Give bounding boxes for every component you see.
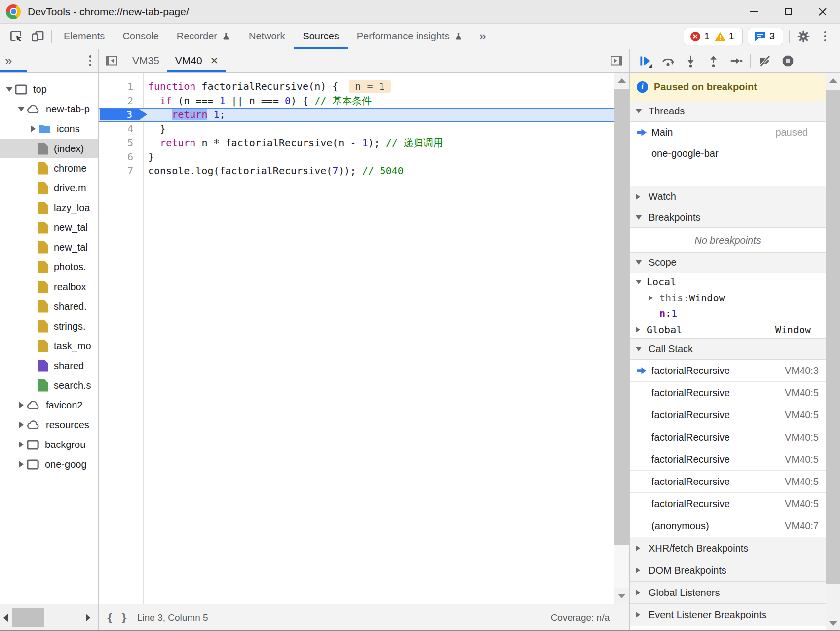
expander-down-icon[interactable]	[18, 107, 25, 111]
settings-button[interactable]	[793, 26, 814, 47]
tree-item-backgrou[interactable]: backgrou	[0, 435, 98, 454]
tree-item-favicon2[interactable]: favicon2	[0, 395, 98, 415]
step-button[interactable]	[725, 50, 747, 71]
expander-right-icon[interactable]	[19, 461, 24, 468]
issues-badge[interactable]: 1 1	[684, 28, 743, 45]
main-menu-button[interactable]	[814, 26, 836, 47]
navigator-more-tabs-button[interactable]: »	[0, 53, 12, 69]
code-line-5[interactable]: 5 return n * factorialRecursive(n - 1); …	[99, 136, 629, 150]
threads-section-header[interactable]: Threads	[630, 101, 826, 122]
scroll-down-button[interactable]	[614, 588, 629, 604]
watch-section-header[interactable]: Watch	[630, 186, 826, 207]
tree-item-photos-[interactable]: photos.	[0, 257, 98, 277]
code-line-7[interactable]: 7console.log(factorialRecursive(7)); // …	[99, 164, 629, 178]
thread-row-main[interactable]: Main paused	[630, 122, 826, 143]
pause-on-exceptions-button[interactable]	[776, 50, 799, 71]
tab-network[interactable]: Network	[240, 24, 294, 49]
line-number[interactable]: 4	[99, 122, 143, 136]
tree-item-drive-m[interactable]: drive.m	[0, 178, 98, 198]
deactivate-breakpoints-button[interactable]	[754, 50, 776, 71]
tree-item-shared-[interactable]: shared.	[0, 297, 98, 316]
line-number[interactable]: 7	[99, 164, 143, 178]
tab-recorder[interactable]: Recorder	[168, 24, 240, 49]
resume-button[interactable]	[634, 50, 656, 71]
line-number[interactable]: 5	[99, 136, 143, 150]
breakpoints-section-header[interactable]: Breakpoints	[630, 207, 826, 228]
tab-console[interactable]: Console	[114, 24, 167, 49]
call-stack-frame[interactable]: factorialRecursiveVM40:5	[630, 382, 826, 404]
inspect-element-button[interactable]	[5, 26, 27, 47]
tree-item-lazy-loa[interactable]: lazy_loa	[0, 198, 98, 218]
call-stack-frame[interactable]: factorialRecursiveVM40:3	[630, 360, 826, 382]
editor-vertical-scrollbar[interactable]	[614, 73, 629, 604]
call-stack-frame[interactable]: factorialRecursiveVM40:5	[630, 426, 826, 448]
expander-right-icon[interactable]	[19, 421, 24, 428]
scope-section-header[interactable]: Scope	[630, 252, 826, 273]
call-stack-section-header[interactable]: Call Stack	[630, 338, 826, 360]
editor-tab-vm40[interactable]: VM40 ✕	[167, 49, 227, 72]
line-number[interactable]: 6	[99, 150, 143, 164]
thread-row-one-google-bar[interactable]: one-google-bar	[630, 143, 826, 164]
call-stack-frame[interactable]: factorialRecursiveVM40:5	[630, 448, 826, 471]
more-tabs-button[interactable]: »	[472, 29, 493, 44]
line-number[interactable]: 1	[99, 79, 143, 94]
scope-entry-this[interactable]: this: Window	[630, 290, 826, 305]
previous-tabs-button[interactable]	[99, 49, 124, 72]
code-line-2[interactable]: 2 if (n === 1 || n === 0) { // 基本条件	[99, 94, 629, 108]
close-tab-icon[interactable]: ✕	[210, 55, 219, 67]
expander-right-icon[interactable]	[19, 441, 24, 448]
expander-down-icon[interactable]	[6, 87, 13, 92]
next-tabs-button[interactable]	[604, 49, 629, 72]
tree-item-realbox[interactable]: realbox	[0, 277, 98, 297]
tree-item-strings-[interactable]: strings.	[0, 316, 98, 336]
code-line-1[interactable]: 1function factorialRecursive(n) {n = 1	[99, 79, 629, 94]
step-out-button[interactable]	[702, 50, 725, 71]
tab-elements[interactable]: Elements	[55, 24, 114, 49]
tab-performance-insights[interactable]: Performance insights	[348, 24, 472, 49]
line-number[interactable]: 2	[99, 94, 143, 108]
section-header-dom-breakpoints[interactable]: DOM Breakpoints	[630, 559, 826, 582]
scrollbar-thumb[interactable]	[614, 89, 629, 545]
scope-local-group[interactable]: Local	[630, 273, 826, 290]
tab-sources[interactable]: Sources	[294, 24, 347, 49]
tree-item-new-tal[interactable]: new_tal	[0, 237, 98, 257]
scroll-up-button[interactable]	[614, 73, 629, 88]
tree-item-chrome[interactable]: chrome	[0, 158, 98, 178]
scrollbar-thumb[interactable]	[12, 608, 44, 627]
scroll-up-button[interactable]	[826, 73, 840, 88]
call-stack-frame[interactable]: factorialRecursiveVM40:5	[630, 471, 826, 493]
code-line-3[interactable]: 33 return 1;	[99, 108, 629, 122]
call-stack-frame[interactable]: factorialRecursiveVM40:5	[630, 493, 826, 515]
step-into-button[interactable]	[679, 50, 702, 71]
device-toolbar-button[interactable]	[27, 26, 48, 47]
call-stack-frame[interactable]: (anonymous)VM40:7	[630, 515, 826, 537]
code-line-4[interactable]: 4 }	[99, 122, 629, 136]
minimize-button[interactable]	[736, 0, 771, 23]
editor-tab-vm35[interactable]: VM35	[124, 49, 167, 72]
expander-right-icon[interactable]	[31, 125, 36, 132]
tree-item-one-goog[interactable]: one-goog	[0, 454, 98, 474]
tree-item-search-s[interactable]: search.s	[0, 375, 98, 395]
messages-badge[interactable]: 3	[748, 28, 783, 45]
tree-item-top[interactable]: top	[0, 79, 98, 99]
tree-item-task-mo[interactable]: task_mo	[0, 336, 98, 356]
sidebar-vertical-scrollbar[interactable]	[826, 73, 840, 631]
tree-item-shared-[interactable]: shared_	[0, 356, 98, 375]
step-over-button[interactable]	[656, 50, 679, 71]
expander-right-icon[interactable]	[19, 402, 24, 408]
scrollbar-thumb[interactable]	[826, 90, 840, 584]
section-header-xhr-fetch-breakpoints[interactable]: XHR/fetch Breakpoints	[630, 537, 826, 559]
call-stack-frame[interactable]: factorialRecursiveVM40:5	[630, 404, 826, 426]
tree-item-new-tal[interactable]: new_tal	[0, 218, 98, 237]
navigator-horizontal-scrollbar[interactable]	[0, 604, 98, 631]
scroll-down-button[interactable]	[826, 615, 840, 631]
pretty-print-button[interactable]: { }	[107, 612, 128, 624]
section-header-event-listener-breakpoints[interactable]: Event Listener Breakpoints	[630, 603, 826, 626]
maximize-button[interactable]	[771, 0, 805, 23]
scope-entry-n[interactable]: n: 1	[630, 305, 826, 321]
tree-item-new-tab-p[interactable]: new-tab-p	[0, 99, 98, 119]
code-line-6[interactable]: 6}	[99, 150, 629, 164]
close-button[interactable]	[805, 0, 840, 23]
code-editor[interactable]: 1function factorialRecursive(n) {n = 12 …	[99, 73, 629, 604]
tree-item--index-[interactable]: (index)	[0, 139, 98, 158]
